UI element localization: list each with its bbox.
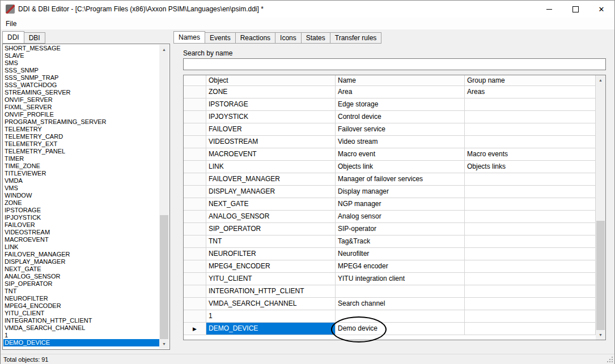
row-header-cell[interactable] xyxy=(184,136,206,148)
list-item[interactable]: WINDOW xyxy=(3,192,159,199)
resize-grip[interactable] xyxy=(606,356,613,362)
table-row[interactable]: INTEGRATION_HTTP_CLIENT xyxy=(184,285,596,298)
cell-name[interactable]: Demo device xyxy=(336,323,465,335)
cell-object[interactable]: NEUROFILTER xyxy=(206,248,336,260)
cell-name[interactable]: Control device xyxy=(336,111,465,123)
row-header-cell[interactable] xyxy=(184,310,206,323)
list-item[interactable]: PROGRAM_STREAMING_SERVER xyxy=(3,118,159,126)
close-button[interactable]: ✕ xyxy=(588,1,614,18)
scroll-down-icon[interactable]: ▼ xyxy=(159,339,169,349)
list-item[interactable]: FIXML_SERVER xyxy=(3,104,159,111)
cell-object[interactable]: IPSTORAGE xyxy=(206,99,336,111)
table-row[interactable]: MPEG4_ENCODERMPEG4 encoder xyxy=(184,260,596,273)
list-item[interactable]: FAILOVER xyxy=(3,221,159,229)
list-item[interactable]: SHORT_MESSAGE xyxy=(3,45,159,52)
cell-group-name[interactable]: Areas xyxy=(465,86,596,99)
cell-object[interactable]: LINK xyxy=(206,161,336,173)
table-row[interactable]: ▶DEMO_DEVICEDemo device xyxy=(184,323,596,335)
cell-object[interactable]: VIDEOSTREAM xyxy=(206,136,336,148)
row-header-cell[interactable] xyxy=(184,161,206,173)
cell-group-name[interactable] xyxy=(465,173,596,186)
cell-name[interactable]: Failover service xyxy=(336,123,465,136)
table-row[interactable]: FAILOVERFailover service xyxy=(184,123,596,136)
cell-name[interactable]: Edge storage xyxy=(336,99,465,111)
tab-dbi[interactable]: DBI xyxy=(24,32,45,44)
tab-reactions[interactable]: Reactions xyxy=(235,32,275,44)
row-header-cell[interactable] xyxy=(184,248,206,260)
row-header-cell[interactable] xyxy=(184,211,206,223)
tab-names[interactable]: Names xyxy=(173,31,205,44)
list-item[interactable]: NEXT_GATE xyxy=(3,265,159,273)
table-row[interactable]: NEXT_GATENGP manager xyxy=(184,198,596,211)
cell-group-name[interactable]: Macro events xyxy=(465,148,596,161)
table-corner-cell[interactable] xyxy=(184,75,206,86)
list-item[interactable]: VMDA xyxy=(3,177,159,185)
tab-events[interactable]: Events xyxy=(205,32,236,44)
cell-name[interactable]: Manager of failover services xyxy=(336,173,465,186)
row-header-cell[interactable] xyxy=(184,99,206,111)
list-item[interactable]: IPJOYSTICK xyxy=(3,214,159,221)
cell-group-name[interactable] xyxy=(465,186,596,198)
cell-name[interactable]: MPEG4 encoder xyxy=(336,260,465,273)
list-item[interactable]: VIDEOSTREAM xyxy=(3,229,159,236)
cell-group-name[interactable]: Objects links xyxy=(465,161,596,173)
cell-name[interactable]: Search channel xyxy=(336,298,465,310)
table-row[interactable]: ANALOG_SENSORAnalog sensor xyxy=(184,211,596,223)
cell-name[interactable]: Tag&Track xyxy=(336,235,465,248)
table-row[interactable]: MACROEVENTMacro eventMacro events xyxy=(184,148,596,161)
cell-group-name[interactable] xyxy=(465,323,596,335)
cell-object[interactable]: FAILOVER xyxy=(206,123,336,136)
tab-icons[interactable]: Icons xyxy=(275,32,302,44)
cell-object[interactable]: VMDA_SEARCH_CHANNEL xyxy=(206,298,336,310)
tab-transfer-rules[interactable]: Transfer rules xyxy=(330,32,382,44)
list-scrollbar-thumb[interactable] xyxy=(160,215,168,339)
table-row[interactable]: DISPLAY_MANAGERDisplay manager xyxy=(184,186,596,198)
cell-name[interactable] xyxy=(336,310,465,323)
table-row[interactable]: LINKObjects linkObjects links xyxy=(184,161,596,173)
scroll-up-icon[interactable]: ▲ xyxy=(596,75,605,85)
list-item[interactable]: INTEGRATION_HTTP_CLIENT xyxy=(3,317,159,324)
table-row[interactable]: 1 xyxy=(184,310,596,323)
list-item[interactable]: SIP_OPERATOR xyxy=(3,280,159,288)
list-item[interactable]: SSS_WATCHDOG xyxy=(3,82,159,89)
table-row[interactable]: IPJOYSTICKControl device xyxy=(184,111,596,123)
row-header-cell[interactable] xyxy=(184,111,206,123)
cell-name[interactable]: NGP manager xyxy=(336,198,465,211)
list-item[interactable]: TELEMETRY_PANEL xyxy=(3,148,159,155)
table-row[interactable]: VIDEOSTREAMVideo stream xyxy=(184,136,596,148)
table-row[interactable]: FAILOVER_MANAGERManager of failover serv… xyxy=(184,173,596,186)
list-item[interactable]: ZONE xyxy=(3,199,159,207)
table-row[interactable]: YITU_CLIENTYITU integration client xyxy=(184,273,596,285)
row-header-cell[interactable] xyxy=(184,148,206,161)
cell-object[interactable]: INTEGRATION_HTTP_CLIENT xyxy=(206,285,336,298)
table-row[interactable]: ZONEAreaAreas xyxy=(184,86,596,99)
row-header-cell[interactable] xyxy=(184,235,206,248)
cell-group-name[interactable] xyxy=(465,273,596,285)
list-scrollbar[interactable]: ▲ ▼ xyxy=(159,45,169,349)
row-header-cell[interactable] xyxy=(184,186,206,198)
row-header-cell[interactable] xyxy=(184,123,206,136)
minimize-button[interactable] xyxy=(536,1,562,18)
cell-object[interactable]: ANALOG_SENSOR xyxy=(206,211,336,223)
cell-object[interactable]: TNT xyxy=(206,235,336,248)
cell-object[interactable]: DISPLAY_MANAGER xyxy=(206,186,336,198)
list-item[interactable]: MPEG4_ENCODER xyxy=(3,302,159,310)
cell-group-name[interactable] xyxy=(465,298,596,310)
list-item[interactable]: SSS_SNMP_TRAP xyxy=(3,74,159,82)
cell-object[interactable]: MPEG4_ENCODER xyxy=(206,260,336,273)
list-item[interactable]: LINK xyxy=(3,243,159,251)
cell-name[interactable]: SIP-operator xyxy=(336,223,465,235)
row-header-cell[interactable] xyxy=(184,260,206,273)
list-item[interactable]: DISPLAY_MANAGER xyxy=(3,258,159,265)
list-item[interactable]: TNT xyxy=(3,288,159,295)
table-row[interactable]: SIP_OPERATORSIP-operator xyxy=(184,223,596,235)
list-item[interactable]: IPSTORAGE xyxy=(3,207,159,214)
list-item[interactable]: NEUROFILTER xyxy=(3,295,159,302)
scroll-up-icon[interactable]: ▲ xyxy=(159,45,169,54)
current-row-indicator[interactable]: ▶ xyxy=(184,323,206,335)
cell-object[interactable]: NEXT_GATE xyxy=(206,198,336,211)
row-header-cell[interactable] xyxy=(184,223,206,235)
list-item[interactable]: TELEMETRY xyxy=(3,126,159,133)
cell-name[interactable]: Area xyxy=(336,86,465,99)
list-item[interactable]: ONVIF_SERVER xyxy=(3,96,159,104)
